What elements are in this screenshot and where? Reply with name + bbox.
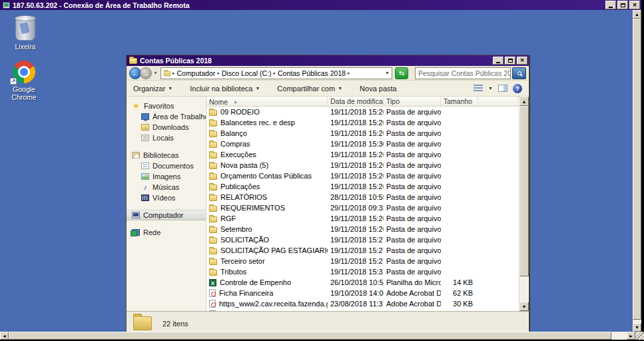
- file-type-cell: Pasta de arquivos: [384, 257, 441, 265]
- resize-grip[interactable]: [635, 332, 644, 340]
- sidebar-item-vídeos[interactable]: Vídeos: [127, 192, 206, 203]
- file-date-cell: 19/11/2018 15:26: [328, 225, 384, 233]
- history-dropdown-icon[interactable]: ▼: [153, 71, 158, 75]
- explorer-maximize-button[interactable]: [505, 57, 515, 65]
- toolbar-button-nova-pasta[interactable]: Nova pasta: [360, 85, 397, 93]
- sidebar-item-downloads[interactable]: ↓Downloads: [127, 122, 206, 133]
- file-name-cell: XControle de Empenho: [206, 278, 328, 286]
- file-row[interactable]: Publicações19/11/2018 15:26Pasta de arqu…: [206, 181, 518, 192]
- sidebar-item-rede[interactable]: Rede: [127, 227, 206, 238]
- breadcrumb-segment[interactable]: Contas Públicas 2018: [278, 69, 346, 77]
- rdp-horizontal-scrollbar[interactable]: ◄ ►: [0, 332, 635, 340]
- help-icon[interactable]: ?: [513, 84, 522, 93]
- change-view-icon[interactable]: [474, 85, 483, 92]
- sidebar-item-locais[interactable]: Locais: [127, 133, 206, 143]
- scroll-up-icon[interactable]: ▲: [519, 97, 529, 106]
- file-size-cell: 14 KB: [441, 278, 478, 286]
- file-row[interactable]: Orçamento Contas Públicas19/11/2018 15:2…: [206, 170, 518, 181]
- file-row[interactable]: RELATÓRIOS28/11/2018 10:59Pasta de arqui…: [206, 192, 518, 202]
- scrollbar-thumb[interactable]: [519, 106, 529, 276]
- toolbar-button-incluir-na-biblioteca[interactable]: Incluir na biblioteca▼: [190, 85, 260, 93]
- column-header-tamanho[interactable]: Tamanho: [441, 97, 478, 106]
- toolbar-button-organizar[interactable]: Organizar▼: [133, 85, 172, 93]
- column-header-nome[interactable]: Nome▲: [206, 97, 328, 106]
- explorer-minimize-button[interactable]: [493, 57, 503, 65]
- explorer-close-button[interactable]: ✕: [517, 57, 527, 65]
- change-view-dropdown-icon[interactable]: ▼: [488, 86, 493, 91]
- file-row[interactable]: SOLICITAÇÃO PAG ESTAGIARIOS19/11/2018 15…: [206, 245, 518, 256]
- search-input[interactable]: Pesquisar Contas Públicas 2018: [415, 67, 511, 79]
- sidebar-item-favoritos[interactable]: ★Favoritos: [127, 101, 206, 111]
- breadcrumb[interactable]: ▸Computador▸Disco Local (C:)▸Contas Públ…: [161, 67, 392, 79]
- rdp-maximize-button[interactable]: [617, 1, 628, 9]
- desktop-icon-lixeira[interactable]: Lixeira: [1, 17, 49, 51]
- scrollbar-thumb[interactable]: [633, 19, 641, 320]
- search-button[interactable]: [512, 67, 526, 79]
- file-date-cell: 19/11/2018 15:27: [328, 236, 384, 244]
- file-row[interactable]: Terceiro setor19/11/2018 15:27Pasta de a…: [206, 256, 518, 266]
- rdp-titlebar[interactable]: 187.50.63.202 - Conexão de Área de Traba…: [0, 0, 641, 10]
- column-header-tipo[interactable]: Tipo: [384, 97, 441, 106]
- rdp-vertical-scrollbar[interactable]: ▲ ▼: [633, 10, 641, 332]
- breadcrumb-separator-icon: ▸: [172, 71, 175, 76]
- file-row[interactable]: https_www2.cav.receita.fazenda.gov.br_Se…: [206, 298, 518, 309]
- scroll-up-icon[interactable]: ▲: [633, 10, 641, 19]
- desktop-icon: [141, 113, 149, 120]
- breadcrumb-segment[interactable]: Computador: [176, 69, 215, 77]
- explorer-titlebar[interactable]: Contas Públicas 2018 ✕: [127, 55, 529, 66]
- breadcrumb-dropdown-icon[interactable]: ▼: [385, 71, 390, 75]
- remote-desktop: Lixeira ↗ Google Chrome Contas Públicas …: [0, 10, 633, 332]
- file-row[interactable]: Tributos19/11/2018 15:31Pasta de arquivo…: [206, 266, 518, 277]
- file-date-cell: 19/10/2018 14:06: [328, 289, 384, 297]
- search-icon: [517, 71, 521, 75]
- sort-ascending-icon: ▲: [233, 99, 238, 104]
- scroll-right-icon[interactable]: ►: [627, 332, 635, 340]
- sidebar-item-bibliotecas[interactable]: Bibliotecas: [127, 150, 206, 161]
- file-row[interactable]: XControle de Empenho26/10/2018 10:56Plan…: [206, 277, 518, 288]
- file-row[interactable]: Execuções19/11/2018 15:26Pasta de arquiv…: [206, 149, 518, 160]
- sidebar-item-documentos[interactable]: Documentos: [127, 161, 206, 171]
- file-row[interactable]: Ficha Financeira19/10/2018 14:06Adobe Ac…: [206, 288, 518, 298]
- breadcrumb-segment[interactable]: Disco Local (C:): [222, 69, 272, 77]
- file-row[interactable]: Balancetes rec. e desp19/11/2018 15:26Pa…: [206, 117, 518, 128]
- sidebar-item-computador[interactable]: Computador: [127, 210, 206, 220]
- column-header-data[interactable]: Data de modificação: [328, 97, 384, 106]
- sidebar-item-imagens[interactable]: Imagens: [127, 171, 206, 182]
- file-row[interactable]: REQUERIMENTOS29/11/2018 09:33Pasta de ar…: [206, 202, 518, 213]
- sidebar-item-músicas[interactable]: ♪Músicas: [127, 182, 206, 192]
- file-type-cell: Pasta de arquivos: [384, 151, 441, 159]
- rdp-minimize-button[interactable]: [605, 1, 616, 9]
- file-row[interactable]: 09 RODEIO19/11/2018 15:26Pasta de arquiv…: [206, 107, 518, 117]
- file-date-cell: 19/11/2018 15:30: [328, 140, 384, 148]
- scroll-down-icon[interactable]: ▼: [519, 302, 529, 311]
- scrollbar-thumb[interactable]: [9, 332, 611, 340]
- sidebar-item-área-de-trabalho[interactable]: Área de Trabalho: [127, 111, 206, 122]
- rdp-close-button[interactable]: ✕: [629, 1, 640, 9]
- file-name-cell: Execuções: [206, 151, 328, 159]
- scroll-down-icon[interactable]: ▼: [633, 323, 641, 332]
- file-name-cell: Tributos: [206, 268, 328, 276]
- file-name: RGF: [220, 214, 236, 222]
- folder-icon: [209, 121, 217, 127]
- forward-button[interactable]: →: [140, 67, 152, 79]
- file-row[interactable]: RGF19/11/2018 15:26Pasta de arquivos: [206, 213, 518, 224]
- file-row[interactable]: Nova pasta (5)19/11/2018 15:26Pasta de a…: [206, 160, 518, 170]
- file-row[interactable]: Setembro19/11/2018 15:26Pasta de arquivo…: [206, 224, 518, 234]
- refresh-button[interactable]: ⇆: [395, 67, 408, 79]
- file-name-cell: SOLICITAÇÃO PAG ESTAGIARIOS: [206, 246, 328, 254]
- file-type-cell: Adobe Acrobat Doc...: [384, 300, 441, 308]
- desktop-icon-google-chrome[interactable]: ↗ Google Chrome: [0, 61, 48, 101]
- file-name: Execuções: [220, 151, 256, 159]
- file-row-partial[interactable]: [206, 309, 518, 311]
- preview-pane-icon[interactable]: [498, 85, 507, 92]
- file-row[interactable]: Balanço19/11/2018 15:26Pasta de arquivos: [206, 128, 518, 139]
- file-row[interactable]: Compras19/11/2018 15:30Pasta de arquivos: [206, 139, 518, 149]
- toolbar-button-compartilhar-com[interactable]: Compartilhar com▼: [277, 85, 342, 93]
- file-type-cell: Pasta de arquivos: [384, 140, 441, 148]
- folder-icon: [209, 110, 217, 116]
- file-name: Balancetes rec. e desp: [220, 119, 295, 127]
- list-scrollbar[interactable]: ▲ ▼: [519, 97, 529, 311]
- folder-icon: [164, 71, 170, 77]
- scroll-left-icon[interactable]: ◄: [0, 332, 9, 340]
- file-row[interactable]: SOLICITAÇÃO19/11/2018 15:27Pasta de arqu…: [206, 234, 518, 245]
